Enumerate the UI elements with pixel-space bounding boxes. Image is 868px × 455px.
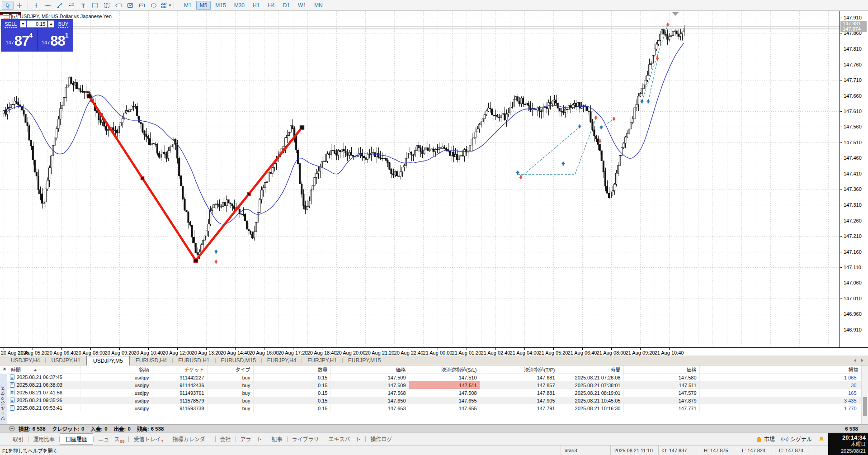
tool-geometric-shapes[interactable] [160, 1, 171, 10]
tool-text-label[interactable]: T [101, 1, 113, 10]
column-header[interactable]: 決済指値(T/P) [480, 365, 558, 374]
chart-tab[interactable]: USDJPY,M5 [86, 356, 130, 366]
chart-tab[interactable]: EURUSD,H1 [173, 356, 215, 365]
column-header[interactable]: 決済逆指値(S/L) [409, 365, 480, 374]
order-icon [10, 382, 14, 389]
column-header[interactable]: 銘柄 [80, 365, 152, 374]
history-row[interactable]: 2025.08.21 06:37:45usdjpy911442227buy0.1… [7, 374, 861, 381]
tool-text[interactable]: T [77, 1, 89, 10]
price-axis-label: 147.210 [844, 233, 862, 239]
toolbox-tab[interactable]: エキスパート [324, 434, 366, 444]
volume-input[interactable]: 0.15 [27, 20, 48, 28]
scrollbar-thumb[interactable] [863, 397, 867, 416]
price-axis[interactable]: 147.910147.860147.810147.760147.710147.6… [840, 11, 868, 347]
time-axis[interactable]: 20 Aug 202520 Aug 05:2020 Aug 06:4020 Au… [0, 347, 868, 355]
tool-rectangle[interactable] [89, 1, 101, 10]
bell-icon[interactable] [818, 436, 825, 442]
history-row[interactable]: 2025.08.21 06:38:03usdjpy911442436buy0.1… [7, 381, 861, 389]
timeframe-M30[interactable]: M30 [231, 1, 248, 10]
tool-ok-button[interactable]: OK [136, 1, 148, 10]
tool-trendline[interactable] [54, 1, 66, 10]
svg-text:OK: OK [140, 4, 144, 7]
chart-tab[interactable]: USDJPY,H4 [5, 356, 45, 365]
tool-vertical-line[interactable] [30, 1, 42, 10]
chart-tab[interactable]: EURJPY,H4 [262, 356, 302, 365]
time-axis-label: 20 Aug 13:20 [192, 350, 221, 355]
chart-tab[interactable]: EURUSD,M15 [216, 356, 261, 365]
toolbox-tab[interactable]: 記事 [267, 434, 287, 444]
history-row[interactable]: 2025.08.21 07:41:56usdjpy911493761buy0.1… [7, 389, 861, 397]
timeframe-MN[interactable]: MN [311, 1, 326, 10]
column-header[interactable]: 価格 [623, 365, 699, 374]
toolbox-tab[interactable]: 操作ログ [366, 434, 396, 444]
tool-equidistant-channel[interactable] [66, 1, 77, 10]
toolbox-tab[interactable]: 会社 [216, 434, 236, 444]
price-chart[interactable] [0, 11, 840, 347]
tool-ellipse[interactable] [148, 1, 160, 10]
toolbox-tab[interactable]: 指標カレンダー [168, 434, 215, 444]
tool-price-label[interactable] [113, 1, 124, 10]
close-toolbox-button[interactable]: × [2, 367, 7, 372]
chart-tab[interactable]: EURJPY,H1 [302, 356, 342, 365]
toolbox-tab[interactable]: 取引 [8, 434, 28, 444]
column-header[interactable]: 時間 [558, 365, 623, 374]
chart-tab[interactable]: EURJPY,M15 [343, 356, 386, 365]
price-axis-label: 147.510 [844, 140, 862, 145]
buy-button[interactable]: BUY [55, 20, 72, 28]
price-axis-label: 147.610 [844, 109, 862, 114]
table-scrollbar[interactable] [861, 365, 868, 424]
timeframe-M1[interactable]: M1 [180, 1, 195, 10]
tool-horizontal-line[interactable] [42, 1, 54, 10]
tool-indicator-dialog[interactable] [124, 1, 136, 10]
clock-overlay: 20:14:34 木曜日 2025/08/21 [828, 433, 868, 455]
timeframe-D1[interactable]: D1 [279, 1, 293, 10]
toolbox-tab[interactable]: 受信トレイ7 [129, 434, 167, 444]
buy-price-display[interactable]: 147881 [37, 28, 73, 51]
volume-increase-button[interactable] [48, 20, 54, 28]
time-axis-label: 20 Aug 20:00 [336, 350, 366, 355]
toolbox-tab[interactable]: ニュース99 [94, 434, 128, 444]
history-row[interactable]: 2025.08.21 09:53:41usdjpy911593738buy0.1… [7, 404, 861, 412]
toolbox-tab[interactable]: アラート [236, 434, 267, 444]
tool-crosshair[interactable] [14, 1, 25, 10]
scroll-tabs-left-button[interactable] [852, 357, 858, 364]
sell-price-display[interactable]: 147874 [1, 28, 37, 51]
toolbox-tab[interactable]: 口座履歴 [60, 433, 93, 445]
column-header[interactable]: チケット [152, 365, 207, 374]
chart-tab[interactable]: USDJPY,H1 [46, 356, 85, 365]
column-header[interactable]: 時間 [7, 365, 80, 374]
timeframe-H1[interactable]: H1 [249, 1, 263, 10]
column-header[interactable]: タイプ [207, 365, 253, 374]
toolbox-side-label[interactable]: ツールボックス [0, 374, 7, 432]
chart-window[interactable]: USDJPY, M5: US Dollar vs Japanese Yen SE… [0, 11, 868, 355]
timeframe-M15[interactable]: M15 [212, 1, 229, 10]
column-header[interactable]: 価格 [330, 365, 409, 374]
history-row[interactable]: 2025.08.21 09:35:26usdjpy911578579buy0.1… [7, 397, 861, 404]
price-axis-label: 147.560 [844, 124, 862, 129]
expand-icon[interactable] [9, 426, 15, 431]
time-axis-label: 20 Aug 06:40 [47, 350, 76, 355]
scroll-tabs-right-button[interactable] [859, 357, 865, 364]
summary-label: 残高: [137, 425, 149, 432]
timeframe-M5[interactable]: M5 [196, 1, 211, 10]
toolbox-tab-bar: 取引運用比率口座履歴ニュース99受信トレイ7指標カレンダー会社アラート記事ライブ… [0, 432, 868, 445]
time-axis-label: 21 Aug 01:20 [452, 350, 481, 355]
timeframe-W1[interactable]: W1 [294, 1, 310, 10]
signals-button[interactable]: シグナル [781, 435, 812, 443]
chart-tab[interactable]: EURUSD,H4 [130, 356, 172, 365]
mini-chart-icon [11, 14, 18, 19]
timeframe-H4[interactable]: H4 [264, 1, 278, 10]
sell-button[interactable]: SELL [2, 20, 19, 28]
toolbox-tab[interactable]: ライブラリ [288, 434, 324, 444]
toolbox-tab[interactable]: 運用比率 [28, 434, 59, 444]
time-axis-label: 20 Aug 05:20 [18, 350, 47, 355]
column-header[interactable]: 数量 [253, 365, 330, 374]
volume-decrease-button[interactable] [20, 20, 26, 28]
time-axis-label: 21 Aug 02:40 [481, 350, 510, 355]
account-history-table: 時間銘柄チケットタイプ数量価格決済逆指値(S/L)決済指値(T/P)時間価格損益… [7, 365, 862, 412]
market-button[interactable]: 市場 [756, 435, 775, 443]
tool-cursor[interactable] [2, 1, 14, 10]
chevron-right-icon [861, 359, 863, 362]
column-header[interactable]: 損益 [699, 365, 861, 374]
summary-label: クレジット: [52, 425, 80, 432]
